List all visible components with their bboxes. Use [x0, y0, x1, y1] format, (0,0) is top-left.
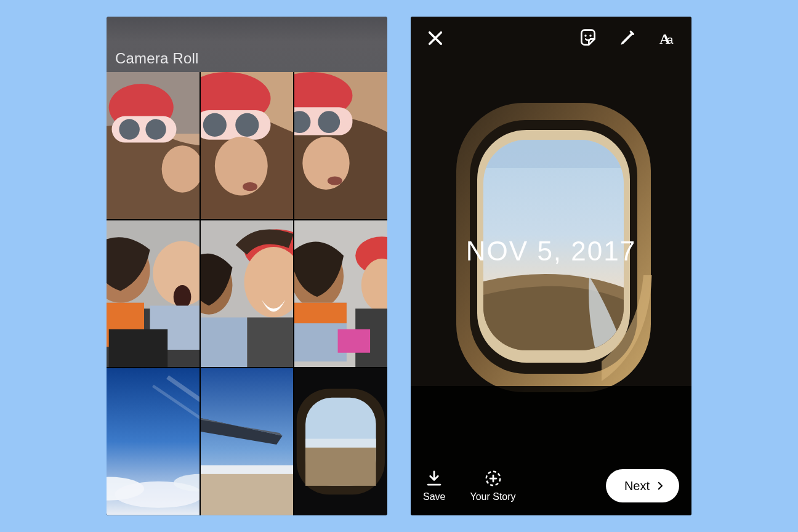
svg-point-11: [235, 113, 259, 137]
editor-bottombar: Save Your Story Next: [411, 460, 691, 515]
svg-text:a: a: [667, 33, 674, 46]
story-editor-screen: A a NOV 5, 2017 Save: [411, 17, 691, 515]
picker-title[interactable]: Camera Roll: [115, 50, 199, 67]
svg-point-25: [174, 285, 191, 308]
photo-thumbnail[interactable]: [294, 220, 387, 368]
sticker-icon: [578, 28, 598, 48]
svg-point-20: [328, 176, 342, 185]
photo-thumbnail[interactable]: [201, 368, 294, 515]
next-label: Next: [624, 479, 650, 493]
svg-point-12: [214, 137, 267, 195]
next-button[interactable]: Next: [606, 469, 679, 502]
photo-thumbnail[interactable]: [107, 72, 200, 219]
editor-topbar: A a: [411, 17, 691, 60]
text-button[interactable]: A a: [655, 26, 679, 50]
svg-point-13: [243, 182, 257, 191]
svg-rect-34: [247, 317, 293, 367]
svg-point-4: [119, 119, 139, 139]
svg-point-18: [318, 111, 341, 133]
photo-thumbnail[interactable]: [107, 220, 200, 368]
svg-point-66: [584, 34, 586, 36]
your-story-label: Your Story: [470, 491, 515, 502]
photo-thumbnail[interactable]: [294, 368, 387, 515]
svg-rect-38: [294, 302, 347, 323]
draw-button[interactable]: [615, 26, 640, 50]
chevron-right-icon: [655, 480, 666, 491]
close-icon: [425, 28, 445, 48]
stickers-button[interactable]: [576, 26, 600, 50]
svg-rect-42: [338, 329, 371, 352]
save-label: Save: [423, 491, 445, 502]
draw-icon: [618, 28, 637, 48]
your-story-button[interactable]: Your Story: [470, 469, 515, 502]
svg-point-19: [303, 137, 350, 190]
date-sticker[interactable]: NOV 5, 2017: [466, 236, 636, 267]
svg-rect-56: [305, 439, 376, 448]
svg-rect-33: [201, 317, 247, 367]
add-story-icon: [484, 469, 502, 488]
download-icon: [425, 469, 443, 488]
text-icon: A a: [657, 28, 677, 48]
photo-thumbnail[interactable]: [201, 220, 294, 368]
svg-rect-28: [109, 329, 167, 367]
photo-thumbnail[interactable]: [107, 368, 200, 515]
photo-grid: [107, 72, 387, 515]
picker-header: Camera Roll: [107, 17, 387, 72]
svg-rect-48: [201, 471, 294, 515]
camera-roll-picker-screen: Camera Roll: [107, 17, 387, 515]
svg-rect-55: [305, 445, 376, 486]
photo-thumbnail[interactable]: [294, 72, 387, 219]
svg-point-67: [589, 34, 591, 36]
photo-thumbnail[interactable]: [201, 72, 294, 219]
close-button[interactable]: [423, 26, 448, 50]
svg-point-5: [145, 119, 166, 139]
svg-point-10: [203, 113, 226, 137]
save-button[interactable]: Save: [423, 469, 445, 502]
svg-rect-49: [201, 465, 294, 474]
